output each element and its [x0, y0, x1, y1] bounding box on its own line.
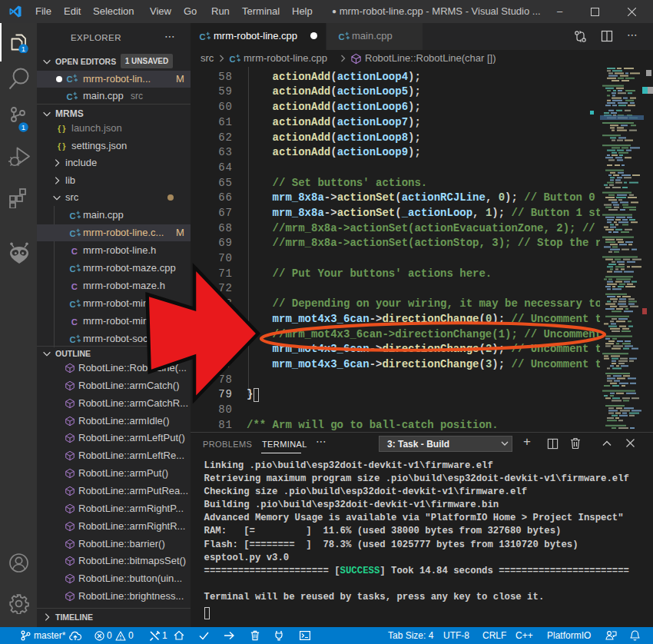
svg-text:1: 1: [22, 45, 25, 53]
svg-text:1: 1: [22, 123, 25, 131]
